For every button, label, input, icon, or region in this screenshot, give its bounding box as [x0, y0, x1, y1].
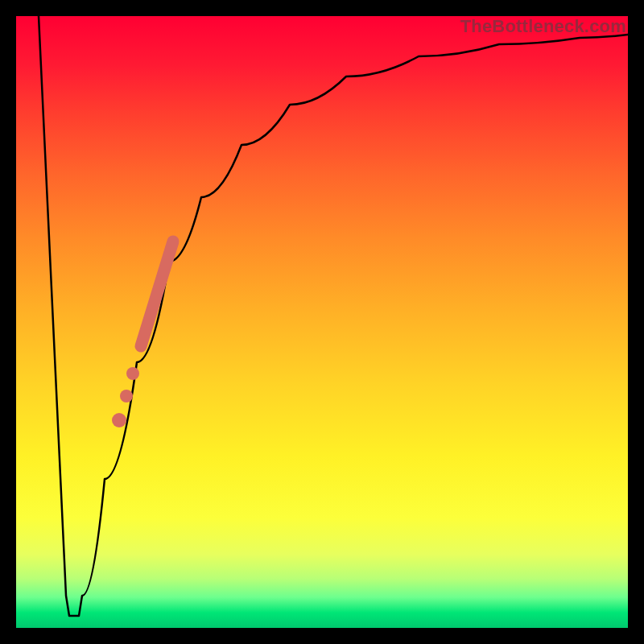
chart-frame: TheBottleneck.com [0, 0, 644, 644]
highlight-dot [112, 413, 126, 427]
highlight-dots [112, 367, 139, 427]
bottleneck-curve [39, 16, 628, 616]
highlight-dot [126, 367, 139, 380]
plot-area: TheBottleneck.com [16, 16, 628, 628]
highlight-segment [141, 242, 173, 346]
curve-layer [16, 16, 628, 628]
highlight-dot [120, 390, 133, 402]
